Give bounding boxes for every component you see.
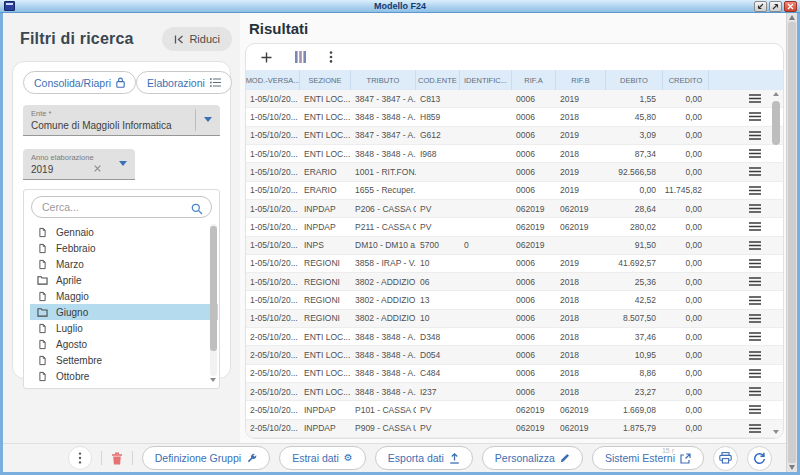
clear-anno-icon[interactable]	[94, 158, 101, 176]
column-header[interactable]: RIF.A	[512, 70, 556, 90]
table-cell: 2019	[556, 255, 606, 272]
column-header[interactable]: TRIBUTO	[351, 70, 416, 90]
column-header[interactable]: CREDITO	[663, 70, 709, 90]
table-row[interactable]: 1-05/10/20...REGIONI3802 - ADDIZIO...100…	[246, 310, 783, 328]
month-list-scrollbar[interactable]	[210, 224, 217, 376]
table-cell: 1-05/10/20...	[246, 108, 300, 125]
table-cell: 3848 - 3848 - A...	[351, 346, 416, 363]
columns-button[interactable]	[295, 51, 306, 63]
table-row[interactable]: 1-05/10/20...ENTI LOC...3848 - 3848 - A.…	[246, 108, 783, 126]
column-header[interactable]: SEZIONE	[300, 70, 351, 90]
columns-icon	[295, 51, 306, 63]
table-cell	[460, 310, 512, 327]
table-row[interactable]: 1-05/10/20...REGIONI3858 - IRAP - V...10…	[246, 255, 783, 273]
month-item-ottobre[interactable]: Ottobre	[30, 368, 218, 384]
month-list: GennaioFebbraioMarzoAprileMaggioGiugnoLu…	[30, 224, 218, 384]
column-header[interactable]: MOD.-VERSA...	[246, 70, 300, 90]
add-button[interactable]	[261, 52, 272, 63]
table-row[interactable]: 2-05/10/20...ENTI LOC...3848 - 3848 - A.…	[246, 328, 783, 346]
esporta-dati-button[interactable]: Esporta dati	[375, 446, 473, 470]
row-menu-icon	[749, 332, 761, 341]
table-row[interactable]: 1-05/10/20...REGIONI3802 - ADDIZIO...060…	[246, 273, 783, 291]
table-row[interactable]: 1-05/10/20...ENTI LOC...3847 - 3847 - A.…	[246, 127, 783, 145]
month-label: Ottobre	[56, 371, 89, 382]
table-cell: 0,00	[663, 310, 709, 327]
refresh-button[interactable]	[747, 446, 772, 471]
table-cell: PV	[416, 420, 460, 437]
filters-sidebar: Filtri di ricerca Riduci Consolida/Riapr…	[3, 13, 240, 443]
titlebar[interactable]: Modello F24	[0, 0, 800, 13]
table-row[interactable]: 2-05/10/20...ENTI LOC...3848 - 3848 - A.…	[246, 346, 783, 364]
table-row[interactable]: 1-05/10/20...ENTI LOC...3847 - 3847 - A.…	[246, 90, 783, 108]
table-row[interactable]: 2-05/10/20...INPDAPP909 - CASSA U...PV06…	[246, 420, 783, 438]
table-cell: 3858 - IRAP - V...	[351, 255, 416, 272]
table-cell: 1-05/10/20...	[246, 90, 300, 107]
table-row[interactable]: 1-05/10/20...INPDAPP206 - CASSA C...PV06…	[246, 200, 783, 218]
search-input[interactable]	[31, 196, 212, 218]
table-cell: H859	[416, 108, 460, 125]
table-cell	[460, 420, 512, 437]
ente-select[interactable]: Ente * Comune di Maggioli Informatica	[23, 105, 220, 136]
gear-icon: ⚙	[344, 453, 353, 463]
table-cell: 1-05/10/20...	[246, 237, 300, 254]
export-icon	[449, 453, 460, 464]
elaborazioni-button[interactable]: Elaborazioni	[136, 71, 232, 94]
table-cell: 3847 - 3847 - A...	[351, 127, 416, 144]
delete-button[interactable]	[111, 452, 123, 465]
month-item-maggio[interactable]: Maggio	[30, 288, 218, 304]
table-row[interactable]: 1-05/10/20...INPDAPP211 - CASSA C...PV06…	[246, 218, 783, 236]
table-row[interactable]: 2-05/10/20...ENTI LOC...3848 - 3848 - A.…	[246, 383, 783, 401]
page-scrollbar[interactable]	[786, 13, 797, 472]
maximize-button[interactable]	[769, 1, 782, 12]
table-row[interactable]: 1-05/10/20...INPSDM10 - DM10 a...5700006…	[246, 237, 783, 255]
month-item-settembre[interactable]: Settembre	[30, 352, 218, 368]
chevron-down-icon[interactable]	[204, 117, 212, 122]
personalizza-button[interactable]: Personalizza	[482, 446, 583, 470]
table-cell	[460, 255, 512, 272]
print-button[interactable]	[713, 446, 738, 471]
row-menu-icon	[749, 112, 761, 121]
elaborazioni-label: Elaborazioni	[147, 77, 205, 89]
column-header[interactable]: IDENTIFIC...	[460, 70, 512, 90]
collapse-sidebar-button[interactable]: Riduci	[162, 27, 232, 51]
table-cell: 3848 - 3848 - A...	[351, 365, 416, 382]
chevron-down-icon[interactable]	[119, 161, 127, 166]
month-item-febbraio[interactable]: Febbraio	[30, 240, 218, 256]
table-cell: 2-05/10/20...	[246, 365, 300, 382]
definizione-gruppi-label: Definizione Gruppi	[155, 452, 241, 464]
table-row[interactable]: 1-05/10/20...ERARIO1001 - RIT.FON...0006…	[246, 163, 783, 181]
table-cell: 2-05/10/20...	[246, 328, 300, 345]
table-row[interactable]: 1-05/10/20...REGIONI3802 - ADDIZIO...130…	[246, 291, 783, 309]
more-options-button[interactable]	[68, 446, 92, 470]
definizione-gruppi-button[interactable]: Definizione Gruppi	[142, 446, 270, 470]
pencil-icon	[560, 453, 570, 463]
wrench-icon	[246, 453, 257, 464]
table-scrollbar[interactable]	[772, 92, 780, 434]
close-button[interactable]	[784, 1, 797, 12]
table-row[interactable]: 1-05/10/20...ENTI LOC...3848 - 3848 - A.…	[246, 145, 783, 163]
table-menu-button[interactable]	[329, 51, 333, 63]
column-header[interactable]: COD.ENTE	[416, 70, 460, 90]
anno-select[interactable]: Anno elaborazione 2019	[23, 149, 135, 180]
consolida-riapri-button[interactable]: Consolida/Riapri	[23, 71, 136, 94]
month-item-marzo[interactable]: Marzo	[30, 256, 218, 272]
row-menu-icon	[749, 241, 761, 250]
table-row[interactable]: 2-05/10/20...INPDAPP101 - CASSA C...PV06…	[246, 401, 783, 419]
month-item-giugno[interactable]: Giugno	[30, 304, 218, 320]
column-header[interactable]: DEBITO	[606, 70, 663, 90]
table-cell: 2018	[556, 310, 606, 327]
month-item-aprile[interactable]: Aprile	[30, 272, 218, 288]
month-item-gennaio[interactable]: Gennaio	[30, 224, 218, 240]
table-row[interactable]: 2-05/10/20...ENTI LOC...3848 - 3848 - A.…	[246, 365, 783, 383]
month-item-luglio[interactable]: Luglio	[30, 320, 218, 336]
table-cell: 0006	[512, 346, 556, 363]
column-header[interactable]: RIF.B	[556, 70, 606, 90]
estrai-dati-button[interactable]: Estrai dati ⚙	[279, 446, 366, 470]
month-item-agosto[interactable]: Agosto	[30, 336, 218, 352]
search-icon[interactable]	[191, 201, 203, 219]
restore-button[interactable]	[754, 1, 767, 12]
sistemi-esterni-button[interactable]: Sistemi Esterni	[592, 446, 704, 470]
table-row[interactable]: 1-05/10/20...ERARIO1655 - Recuper...0006…	[246, 182, 783, 200]
table-cell: ENTI LOC...	[300, 127, 351, 144]
scroll-down-icon[interactable]	[210, 378, 216, 382]
